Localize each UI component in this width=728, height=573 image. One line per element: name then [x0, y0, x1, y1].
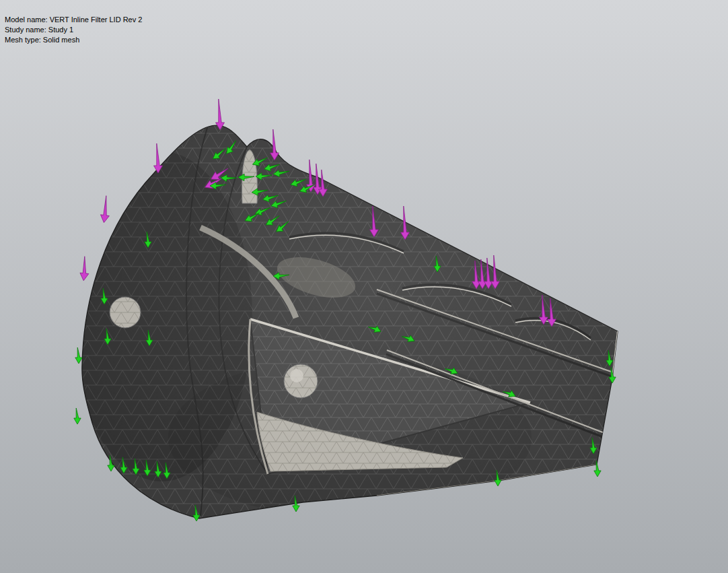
viewport-canvas[interactable]	[0, 0, 728, 573]
study-name-label: Study name: Study 1	[5, 25, 142, 35]
model-surface-details	[71, 125, 618, 518]
restraint-arrow	[74, 408, 81, 424]
study-info-overlay: Model name: VERT Inline Filter LID Rev 2…	[5, 15, 142, 45]
lighting-sheen	[82, 125, 618, 518]
load-arrow	[79, 256, 91, 281]
model-name-label: Model name: VERT Inline Filter LID Rev 2	[5, 15, 142, 25]
load-arrow	[100, 195, 112, 223]
restraint-arrow	[75, 347, 82, 364]
mesh-type-label: Mesh type: Solid mesh	[5, 35, 142, 45]
